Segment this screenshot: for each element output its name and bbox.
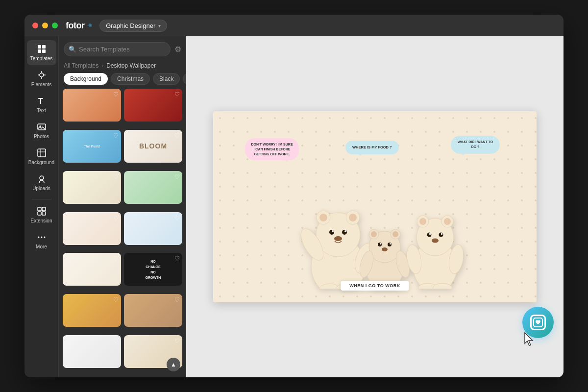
card-favorite-icon[interactable]: ♡ <box>174 255 180 262</box>
traffic-lights <box>32 23 58 28</box>
more-icon <box>37 232 47 242</box>
favorite-fab-button[interactable] <box>522 307 554 338</box>
speech-bubble-2: WHERE IS MY FOOD ? <box>345 141 399 154</box>
card-favorite-icon[interactable]: ♡ <box>174 91 180 98</box>
sidebar-item-extension[interactable]: Extension <box>27 202 56 227</box>
svg-point-22 <box>349 214 357 221</box>
text-icon: T <box>37 96 47 106</box>
card-favorite-icon[interactable]: ♡ <box>174 338 180 344</box>
svg-point-42 <box>382 247 388 251</box>
mode-selector[interactable]: Graphic Designer ▾ <box>99 20 167 32</box>
background-icon <box>37 148 47 158</box>
favorite-fab-icon <box>530 315 546 330</box>
filter-tags: Background Christmas Black Quote› <box>59 73 186 89</box>
svg-rect-10 <box>38 207 41 211</box>
sidebar-item-templates[interactable]: Templates <box>27 40 56 65</box>
filter-button[interactable]: ⚙ <box>174 45 181 54</box>
svg-point-37 <box>392 231 398 237</box>
card-favorite-icon[interactable]: ♡ <box>174 215 180 221</box>
template-card[interactable]: ♡ <box>124 171 182 204</box>
template-card[interactable]: ♡ <box>63 89 121 122</box>
svg-rect-3 <box>42 49 46 53</box>
tag-background[interactable]: Background <box>64 73 108 85</box>
tag-christmas[interactable]: Christmas <box>111 73 150 85</box>
svg-point-14 <box>38 237 39 238</box>
sidebar-label-uploads: Uploads <box>32 186 50 191</box>
sidebar-label-templates: Templates <box>30 56 53 61</box>
svg-rect-13 <box>42 212 46 215</box>
svg-text:T: T <box>38 97 43 105</box>
sidebar-item-text[interactable]: T Text <box>27 92 56 117</box>
sidebar-label-more: More <box>36 244 47 249</box>
extension-icon <box>37 206 47 216</box>
template-card[interactable]: ♡ <box>124 294 182 327</box>
template-card[interactable]: ♡ NOCHANGENOGROWTH <box>124 253 182 286</box>
main-content: Templates Elements T Text <box>24 36 564 377</box>
scroll-up-button[interactable]: ▲ <box>167 358 180 371</box>
breadcrumb-all-templates[interactable]: All Templates <box>64 62 98 69</box>
sidebar-separator <box>32 199 51 199</box>
template-card[interactable]: ♡ BLOOM <box>124 130 182 163</box>
card-favorite-icon[interactable]: ♡ <box>113 296 119 303</box>
svg-point-25 <box>332 230 334 232</box>
svg-point-50 <box>419 218 426 225</box>
canvas-banner: WHEN I GO TO WORK <box>341 281 409 291</box>
svg-rect-8 <box>38 149 46 157</box>
brand-logo: fotor® <box>66 21 92 31</box>
card-favorite-icon[interactable]: ♡ <box>174 296 180 303</box>
svg-point-56 <box>441 233 443 235</box>
bears-illustration <box>282 181 468 289</box>
search-input[interactable] <box>64 42 171 56</box>
brand-superscript: ® <box>88 23 92 28</box>
canvas-frame[interactable]: DON'T WORRY! I'M SURE I CAN FINISH BEFOR… <box>213 111 537 302</box>
sidebar-item-elements[interactable]: Elements <box>27 66 56 91</box>
template-card[interactable]: ♡ <box>63 171 121 204</box>
template-panel: 🔍 ⚙ All Templates › Desktop Wallpaper Ba… <box>59 36 186 377</box>
mode-label: Graphic Designer <box>106 22 155 29</box>
template-card[interactable]: ♡ <box>124 89 182 122</box>
speech-bubble-1: DON'T WORRY! I'M SURE I CAN FINISH BEFOR… <box>245 138 299 160</box>
card-favorite-icon[interactable]: ♡ <box>113 132 119 139</box>
svg-rect-0 <box>38 45 41 49</box>
templates-icon <box>37 44 47 54</box>
svg-rect-11 <box>42 207 46 211</box>
sidebar-label-background: Background <box>28 160 54 165</box>
card-favorite-icon[interactable]: ♡ <box>113 255 119 262</box>
sidebar-item-photos[interactable]: Photos <box>27 118 56 143</box>
template-card[interactable]: ♡ The World <box>63 130 121 163</box>
template-card[interactable]: ♡ <box>63 335 121 368</box>
card-favorite-icon[interactable]: ♡ <box>174 132 180 139</box>
template-card[interactable]: ♡ <box>63 253 121 286</box>
card-favorite-icon[interactable]: ♡ <box>113 215 119 221</box>
svg-point-52 <box>444 218 451 225</box>
maximize-button[interactable] <box>52 23 58 28</box>
svg-point-54 <box>439 233 443 237</box>
svg-point-53 <box>427 233 432 237</box>
sidebar-item-background[interactable]: Background <box>27 144 56 169</box>
search-icon: 🔍 <box>69 46 76 53</box>
brand-name: fotor <box>66 21 84 31</box>
card-favorite-icon[interactable]: ♡ <box>113 173 119 180</box>
svg-point-24 <box>342 230 347 235</box>
template-card[interactable]: ♡ <box>63 294 121 327</box>
sidebar-item-more[interactable]: More <box>27 228 56 253</box>
close-button[interactable] <box>32 23 38 28</box>
svg-rect-12 <box>38 212 41 215</box>
template-card[interactable]: ♡ <box>124 212 182 245</box>
tag-quote[interactable]: Quote› <box>183 73 186 85</box>
tag-black[interactable]: Black <box>153 73 180 85</box>
icon-sidebar: Templates Elements T Text <box>24 36 59 377</box>
card-favorite-icon[interactable]: ♡ <box>113 91 119 98</box>
template-grid: ♡ ♡ ♡ The World ♡ <box>59 89 186 377</box>
svg-point-27 <box>334 236 342 241</box>
canvas-content: DON'T WORRY! I'M SURE I CAN FINISH BEFOR… <box>213 111 537 302</box>
card-favorite-icon[interactable]: ♡ <box>113 338 119 344</box>
sidebar-item-uploads[interactable]: Uploads <box>27 170 56 195</box>
minimize-button[interactable] <box>42 23 48 28</box>
app-window: fotor® Graphic Designer ▾ Templates <box>24 15 564 377</box>
card-favorite-icon[interactable]: ♡ <box>174 173 180 180</box>
photos-icon <box>37 122 47 132</box>
elements-icon <box>37 70 47 80</box>
template-card[interactable]: ♡ <box>63 212 121 245</box>
svg-point-16 <box>44 237 45 238</box>
